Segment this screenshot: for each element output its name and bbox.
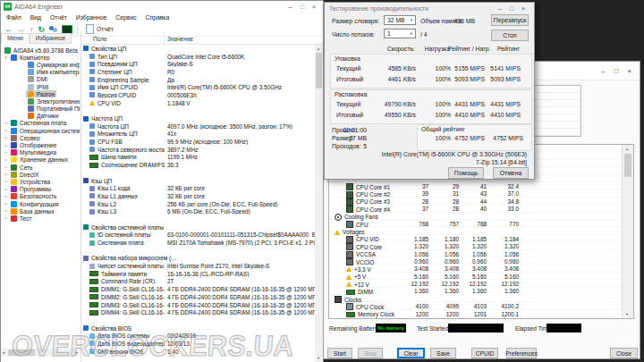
cpuid-button[interactable]: CPUID [471,348,498,358]
list-row[interactable]: Свойства BIOS [81,324,315,333]
list-vertical-scrollbar[interactable] [315,45,323,362]
sensor-row[interactable]: CPU Core 1.320 1.320 1.320 1.320 [330,243,622,250]
expander-icon[interactable]: > [3,200,9,207]
up-icon[interactable]: ↑ [30,25,34,34]
list-row[interactable]: Шина памяти 1199.1 MHz [81,154,315,162]
tree-item[interactable]: > База данных [1,207,80,215]
menu-item[interactable]: Вид [26,14,46,21]
list-row[interactable]: Тип ЦП QuadCore Intel Core i5-6600K [81,53,315,61]
list-row[interactable]: Псевдоним ЦП Skylake-S [81,60,315,68]
list-row[interactable]: Имя ЦП CPUID Intel(R) Core(TM) i5-6600K … [81,83,315,91]
list-row[interactable]: Engineering Sample Да [81,76,315,84]
stop-button[interactable]: Stop [358,348,383,358]
list-row[interactable] [81,107,315,115]
list-row[interactable]: Системная плата MSI Z170A Tomahawk (MS-7… [81,239,315,247]
sensor-row[interactable]: Voltages [330,228,622,235]
tree-item[interactable]: > Тест [1,215,80,222]
back-icon[interactable]: ← [4,25,13,34]
list-row[interactable]: Кэш L2 256 КБ per core (On-Die, ECC, Ful… [81,200,315,208]
forward-icon[interactable]: → [17,25,25,34]
restart-button[interactable]: Перезапуск [491,14,529,26]
tree-item[interactable]: > Мультимедиа [1,149,80,156]
tree-item[interactable]: Электропитание [1,97,80,105]
expander-icon[interactable]: > [3,134,9,141]
list-row[interactable]: Свойства набора микросхем (… [81,255,315,263]
list-row[interactable] [81,169,315,177]
sensor-row[interactable]: VCCIO 0.960 0.960 0.960 0.960 [330,258,622,265]
expander-icon[interactable]: > [3,207,9,215]
scrollbar-thumb[interactable] [8,349,35,356]
close-icon[interactable]: × [312,4,316,10]
sensor-row[interactable]: Cooling Fans [330,214,622,221]
expander-icon[interactable]: > [3,142,9,149]
tree-item[interactable]: > Системная плата [1,120,80,127]
expander-icon[interactable]: > [3,164,9,171]
tree-item[interactable]: > Отображение [1,141,80,148]
minimize-icon[interactable]: – [601,67,605,75]
stop-button[interactable]: Стоп [491,29,529,41]
tree-item[interactable]: > Безопасность [1,193,80,200]
list-row[interactable]: DIMM2: G.Skill CL16-16-16 D4… 4 ГБ DDR4-… [81,293,315,301]
list-row[interactable]: Свойства ЦП [81,45,315,53]
list-row[interactable]: DMI версия BIOS 1.40 [81,348,315,356]
expander-icon[interactable]: > [3,171,9,178]
list-row[interactable]: Кэш L1 кода 32 КБ per core [81,184,315,192]
list-row[interactable]: Частота северного моста 3897.2 MHz [81,146,315,154]
expander-icon[interactable]: > [3,120,9,127]
tree-item[interactable]: > Сервер [1,134,80,141]
sensor-row[interactable]: CPU Core #2 39 31 43 37.0 [330,190,622,198]
column-field[interactable]: Поле [81,33,165,44]
close-icon[interactable]: × [521,5,525,12]
list-row[interactable]: DIMM1: G.Skill CL16-16-16 D4… 4 ГБ DDR4-… [81,285,315,293]
sensor-row[interactable]: CPU Core #3 28 28 44 34.8 [330,198,622,206]
dictionary-size-select[interactable]: 32 MB [384,15,416,25]
save-button[interactable]: Save [430,348,456,358]
list-row[interactable]: Кэш L1 данных 32 КБ per core [81,192,315,200]
list-row[interactable]: DIMM4: G.Skill CL16-16-16 D4… 4 ГБ DDR4-… [81,308,315,316]
column-value[interactable]: Значение [165,36,323,42]
list-row[interactable]: Версия CPUID 000506E3h [81,91,315,99]
expander-icon[interactable]: > [3,149,9,156]
sensor-row[interactable]: Clocks [330,296,622,303]
start-button[interactable]: Start [327,348,352,358]
list-row[interactable]: Кэш ЦП [81,177,315,185]
list-row[interactable]: Дата BIOS видеоадаптера 12/03/13 [81,340,315,348]
expander-icon[interactable]: > [3,178,9,185]
sensor-row[interactable]: VCCSA 1.056 1.056 1.056 1.056 [330,251,622,258]
sensor-row[interactable]: CPU 768 757 788 770 [330,221,622,228]
close-button[interactable]: Close [610,348,638,358]
menu-item[interactable]: Сервис [111,14,140,21]
list-row[interactable]: Command Rate (CR) 2T [81,278,315,286]
tree-item[interactable]: > Программы [1,186,80,193]
menu-item[interactable]: Справка [141,14,174,21]
tree-item[interactable]: > Устройства [1,178,80,185]
tree-item[interactable]: > DirectX [1,171,80,178]
list-row[interactable]: Чипсет системной платы Intel Sunrise Poi… [81,262,315,270]
close-icon[interactable]: × [627,67,631,75]
tree-item[interactable]: > Операционная система [1,127,80,134]
tree-item[interactable]: Имя компьютера [1,69,80,76]
user-info-icon[interactable] [49,25,57,33]
list-row[interactable]: Тайминги памяти 16-16-16-36 (CL-RCD-RP-R… [81,270,315,278]
threads-select[interactable]: 1 [384,29,416,38]
clear-button[interactable]: Clear [397,348,425,358]
sensor-row[interactable]: +5 V 5.160 5.160 5.160 5.160 [330,274,622,281]
expander-icon[interactable]: > [3,127,9,134]
tree-item[interactable]: > Хранение данных [1,156,80,164]
tree-item[interactable]: Разгон [1,90,80,97]
tree-item[interactable]: v Компьютер [1,54,80,61]
nav-tab[interactable]: Меню [1,33,30,44]
sensor-row[interactable]: DIMM 1.360 1.360 1.360 1.360 [330,288,622,295]
list-row[interactable]: Соотношение DRAM/FSB 36:3 [81,161,315,169]
maximize-icon[interactable]: □ [301,4,304,10]
maximize-icon[interactable]: □ [614,67,618,75]
minimize-icon[interactable]: – [498,5,502,12]
stats-vertical-scrollbar[interactable] [622,145,633,318]
menu-item[interactable]: Файл [2,14,26,21]
tree-item[interactable]: IPMI [1,83,80,90]
list-row[interactable] [81,356,315,362]
expander-icon[interactable]: > [3,156,9,164]
scrollbar-thumb[interactable] [624,154,631,177]
tree-item[interactable]: Датчики [1,113,80,120]
sensor-row[interactable]: CPU VID 1.185 1.180 1.185 1.184 [330,236,622,243]
